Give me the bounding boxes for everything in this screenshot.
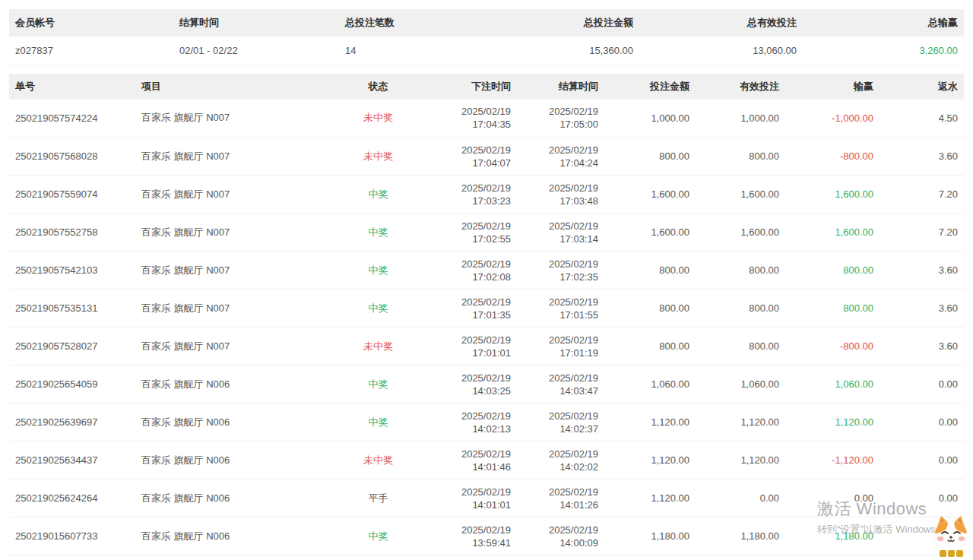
bet-item: 百家乐 旗舰厅 N007 [135, 214, 334, 252]
settle-time: 2025/02/19 14:02:37 [517, 403, 604, 441]
mascot-banner [940, 550, 963, 557]
settle-time: 2025/02/19 17:04:24 [517, 138, 604, 176]
bet-item: 百家乐 旗舰厅 N007 [135, 252, 334, 289]
bet-amount: 1,600.00 [604, 176, 696, 214]
table-row: 250219025634437 百家乐 旗舰厅 N006 未中奖 2025/02… [9, 441, 964, 479]
order-number: 250219025634437 [9, 441, 135, 479]
status-badge: 中奖 [334, 289, 422, 327]
settle-time: 2025/02/19 14:03:47 [517, 365, 604, 403]
summary-header-winloss: 总输赢 [803, 9, 964, 36]
winloss-amount: 800.00 [785, 252, 880, 289]
summary-header-period: 结算时间 [173, 9, 339, 36]
col-header-winloss: 输赢 [785, 74, 880, 100]
status-badge: 平手 [334, 479, 422, 517]
order-number: 250219025654059 [9, 365, 135, 403]
rebate-amount: 4.50 [880, 100, 964, 138]
settle-time: 2025/02/19 17:02:35 [517, 252, 604, 289]
order-number: 250219025624264 [9, 479, 135, 517]
bet-amount: 1,120.00 [604, 441, 696, 479]
order-number: 250219057552758 [9, 214, 135, 252]
status-badge: 中奖 [334, 517, 422, 555]
settle-time: 2025/02/19 17:01:55 [517, 289, 604, 327]
bet-time: 2025/02/19 14:01:46 [422, 441, 517, 479]
bet-time: 2025/02/19 14:02:13 [422, 403, 517, 441]
valid-bet: 1,060.00 [696, 365, 785, 403]
rebate-amount: 0.00 [880, 441, 964, 479]
order-number: 250219057528027 [9, 327, 135, 365]
bet-amount: 1,180.00 [604, 517, 696, 555]
settle-time: 2025/02/19 17:05:00 [517, 100, 604, 138]
winloss-amount: 1,600.00 [785, 214, 880, 252]
order-number: 250219015607733 [9, 517, 135, 555]
rebate-amount: 0.00 [880, 403, 964, 441]
winloss-amount: 0.00 [785, 479, 880, 517]
summary-bet-count: 14 [339, 36, 499, 65]
winloss-amount: 1,180.00 [785, 517, 880, 555]
rebate-amount: 0.00 [880, 479, 964, 517]
settle-time: 2025/02/19 14:01:26 [517, 479, 604, 517]
summary-winloss: 3,260.00 [803, 36, 964, 65]
table-row: 250219057528027 百家乐 旗舰厅 N007 未中奖 2025/02… [9, 327, 964, 365]
valid-bet: 1,600.00 [696, 176, 785, 214]
bet-time: 2025/02/19 17:01:01 [422, 327, 517, 365]
col-header-amount: 投注金额 [604, 74, 696, 100]
shiba-dog-icon [929, 514, 973, 560]
summary-header-account: 会员帐号 [9, 9, 173, 36]
summary-bet-amount: 15,360.00 [499, 36, 639, 65]
bet-item: 百家乐 旗舰厅 N007 [135, 327, 334, 365]
winloss-amount: 1,060.00 [785, 365, 880, 403]
summary-header-bet-count: 总投注笔数 [339, 9, 499, 36]
col-header-order: 单号 [9, 74, 135, 100]
rebate-amount: 0.00 [880, 365, 964, 403]
order-number: 250219057535131 [9, 289, 135, 327]
order-number: 250219025639697 [9, 403, 135, 441]
winloss-amount: -1,000.00 [785, 100, 880, 138]
bets-table: 单号 项目 状态 下注时间 结算时间 投注金额 有效投注 输赢 返水 25021… [9, 74, 964, 556]
summary-header-bet-amount: 总投注金额 [499, 9, 639, 36]
table-row: 250219057559074 百家乐 旗舰厅 N007 中奖 2025/02/… [9, 176, 964, 214]
valid-bet: 800.00 [696, 252, 785, 289]
bet-item: 百家乐 旗舰厅 N007 [135, 176, 334, 214]
bet-time: 2025/02/19 14:03:25 [422, 365, 517, 403]
bet-item: 百家乐 旗舰厅 N007 [135, 100, 334, 138]
table-row: 250219025624264 百家乐 旗舰厅 N006 平手 2025/02/… [9, 479, 964, 517]
valid-bet: 800.00 [696, 138, 785, 176]
bet-item: 百家乐 旗舰厅 N006 [135, 441, 334, 479]
bet-time: 2025/02/19 17:04:35 [422, 100, 517, 138]
bet-records-page: 会员帐号 结算时间 总投注笔数 总投注金额 总有效投注 总输赢 z027837 … [0, 0, 973, 560]
bet-amount: 800.00 [604, 327, 696, 365]
table-row: 250219025639697 百家乐 旗舰厅 N006 中奖 2025/02/… [9, 403, 964, 441]
summary-account: z027837 [9, 36, 173, 65]
bet-amount: 800.00 [604, 138, 696, 176]
status-badge: 未中奖 [334, 327, 422, 365]
valid-bet: 1,600.00 [696, 214, 785, 252]
col-header-rebate: 返水 [880, 74, 964, 100]
valid-bet: 800.00 [696, 327, 785, 365]
bet-item: 百家乐 旗舰厅 N006 [135, 365, 334, 403]
winloss-amount: -1,120.00 [785, 441, 880, 479]
table-row: 250219057574224 百家乐 旗舰厅 N007 未中奖 2025/02… [9, 100, 964, 138]
col-header-item: 项目 [135, 74, 334, 100]
valid-bet: 1,120.00 [696, 441, 785, 479]
status-badge: 中奖 [334, 252, 422, 289]
summary-period: 02/01 - 02/22 [173, 36, 339, 65]
status-badge: 未中奖 [334, 138, 422, 176]
summary-valid-bet: 13,060.00 [639, 36, 803, 65]
table-row: 250219057535131 百家乐 旗舰厅 N007 中奖 2025/02/… [9, 289, 964, 327]
table-row: 250219057552758 百家乐 旗舰厅 N007 中奖 2025/02/… [9, 214, 964, 252]
bet-time: 2025/02/19 17:03:23 [422, 176, 517, 214]
bet-time: 2025/02/19 14:01:01 [422, 479, 517, 517]
order-number: 250219057559074 [9, 176, 135, 214]
bet-amount: 800.00 [604, 289, 696, 327]
col-header-bet-time: 下注时间 [422, 74, 517, 100]
shiba-mascot-sticker[interactable] [929, 514, 973, 560]
bet-time: 2025/02/19 17:02:08 [422, 252, 517, 289]
table-row: 250219025654059 百家乐 旗舰厅 N006 中奖 2025/02/… [9, 365, 964, 403]
settle-time: 2025/02/19 17:03:14 [517, 214, 604, 252]
bet-item: 百家乐 旗舰厅 N007 [135, 138, 334, 176]
bet-time: 2025/02/19 17:04:07 [422, 138, 517, 176]
winloss-amount: 800.00 [785, 289, 880, 327]
rebate-amount: 3.60 [880, 138, 964, 176]
bet-time: 2025/02/19 13:59:41 [422, 517, 517, 555]
status-badge: 中奖 [334, 214, 422, 252]
